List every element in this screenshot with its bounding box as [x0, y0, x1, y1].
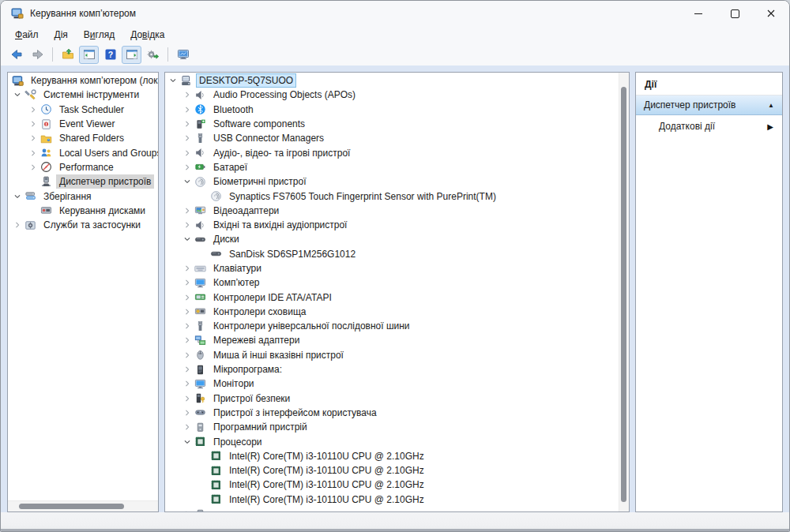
- remote-desktop-button[interactable]: [173, 46, 193, 64]
- close-button[interactable]: [753, 1, 789, 26]
- chevron-collapsed-icon[interactable]: [181, 406, 194, 419]
- help-button[interactable]: ?: [100, 46, 120, 64]
- chevron-collapsed-icon[interactable]: [181, 334, 194, 347]
- chevron-collapsed-icon[interactable]: [11, 219, 24, 231]
- device-tree-item[interactable]: Процесори: [165, 434, 619, 448]
- device-tree-item[interactable]: Intel(R) Core(TM) i3-10110U CPU @ 2.10GH…: [165, 478, 619, 492]
- chevron-collapsed-icon[interactable]: [27, 118, 40, 130]
- chevron-collapsed-icon[interactable]: [181, 363, 194, 376]
- chevron-collapsed-icon[interactable]: [181, 219, 194, 231]
- export-list-button[interactable]: [143, 46, 163, 64]
- console-tree-item[interactable]: Служби та застосунки: [8, 218, 158, 232]
- forward-button[interactable]: [28, 46, 47, 64]
- chevron-collapsed-icon[interactable]: [181, 349, 194, 362]
- more-actions-item[interactable]: Додаткові дії ▶: [636, 115, 782, 137]
- chevron-collapsed-icon[interactable]: [181, 508, 194, 511]
- show-console-tree-button[interactable]: [79, 46, 99, 64]
- chevron-collapsed-icon[interactable]: [27, 103, 40, 116]
- chevron-expanded-icon[interactable]: [11, 190, 24, 203]
- device-tree-item[interactable]: Аудіо-, відео- та ігрові пристрої: [165, 145, 619, 159]
- chevron-collapsed-icon[interactable]: [27, 132, 40, 144]
- back-button[interactable]: [6, 46, 26, 64]
- device-tree-item[interactable]: Мікропрограма:: [165, 362, 619, 377]
- device-tree-item[interactable]: Миша й інші вказівні пристрої: [165, 348, 619, 362]
- chevron-collapsed-icon[interactable]: [181, 320, 194, 332]
- device-tree-item[interactable]: Пристрої безпеки: [165, 392, 619, 406]
- file-menu[interactable]: Файл: [7, 28, 47, 42]
- view-menu[interactable]: Вигляд: [76, 28, 122, 42]
- device-tree-item[interactable]: Диски: [165, 232, 619, 246]
- device-tree-item[interactable]: [165, 507, 619, 511]
- action-menu[interactable]: Дія: [47, 28, 76, 42]
- device-tree-item[interactable]: Контролери IDE ATA/ATAPI: [165, 290, 619, 304]
- minimize-button[interactable]: [680, 1, 717, 26]
- chevron-expanded-icon[interactable]: [181, 233, 194, 245]
- console-tree-item[interactable]: Shared Folders: [8, 131, 158, 145]
- sidebar-horizontal-scrollbar[interactable]: [8, 500, 158, 511]
- device-tree-item[interactable]: Intel(R) Core(TM) i3-10110U CPU @ 2.10GH…: [165, 449, 619, 463]
- device-tree-item[interactable]: Контролери сховища: [165, 305, 619, 319]
- chevron-collapsed-icon[interactable]: [181, 291, 194, 304]
- device-tree-vertical-scrollbar-thumb[interactable]: [621, 87, 626, 502]
- chevron-collapsed-icon[interactable]: [181, 132, 194, 144]
- device-tree-item[interactable]: Відеоадаптери: [165, 204, 619, 218]
- device-tree-item[interactable]: Пристрої з інтерфейсом користувача: [165, 406, 619, 420]
- actions-group-header[interactable]: Диспетчер пристроїв ▲: [636, 96, 782, 115]
- device-tree-item[interactable]: DESKTOP-5Q7SUOO: [165, 73, 619, 88]
- up-one-level-button[interactable]: [58, 46, 77, 64]
- device-tree-item[interactable]: Вхідні та вихідні аудіопристрої: [165, 218, 619, 232]
- console-tree-item[interactable]: Диспетчер пристроїв: [8, 174, 158, 189]
- console-tree-item[interactable]: Local Users and Groups: [8, 145, 158, 159]
- chevron-collapsed-icon[interactable]: [181, 103, 194, 116]
- chevron-collapsed-icon[interactable]: [181, 392, 194, 405]
- chevron-collapsed-icon[interactable]: [181, 118, 194, 130]
- device-tree-item[interactable]: Bluetooth: [165, 103, 619, 117]
- console-tree-item[interactable]: Event Viewer: [8, 117, 158, 131]
- chevron-collapsed-icon[interactable]: [181, 161, 194, 174]
- sidebar-horizontal-scrollbar-thumb[interactable]: [19, 504, 124, 509]
- computer-management-app-icon: [11, 7, 24, 20]
- chevron-collapsed-icon[interactable]: [181, 377, 194, 390]
- chevron-collapsed-icon[interactable]: [181, 421, 194, 433]
- maximize-button[interactable]: [717, 1, 753, 26]
- device-tree-item[interactable]: Synaptics FS7605 Touch Fingerprint Senso…: [165, 189, 619, 203]
- device-tree-item[interactable]: Audio Processing Objects (APOs): [165, 88, 619, 102]
- chevron-collapsed-icon[interactable]: [27, 147, 40, 159]
- device-tree-item[interactable]: Контролери універсальної послідовної шин…: [165, 319, 619, 333]
- chevron-collapsed-icon[interactable]: [181, 305, 194, 318]
- console-tree-item[interactable]: Керування комп’ютером (лока: [8, 73, 158, 88]
- device-tree-item[interactable]: Монітори: [165, 377, 619, 391]
- device-tree-item[interactable]: Software components: [165, 117, 619, 131]
- console-tree-item[interactable]: Керування дисками: [8, 204, 158, 218]
- chevron-collapsed-icon[interactable]: [181, 88, 194, 101]
- chevron-collapsed-icon[interactable]: [181, 147, 194, 159]
- console-tree-item[interactable]: Performance: [8, 160, 158, 174]
- chevron-collapsed-icon[interactable]: [181, 204, 194, 217]
- help-menu[interactable]: Довідка: [122, 28, 172, 42]
- chevron-expanded-icon[interactable]: [167, 74, 179, 87]
- chevron-collapsed-icon[interactable]: [27, 161, 40, 174]
- device-tree-item[interactable]: Біометричні пристрої: [165, 174, 619, 189]
- collapse-arrow-icon[interactable]: ▲: [768, 102, 774, 109]
- toolbar: ?: [1, 43, 789, 66]
- device-tree-item[interactable]: Intel(R) Core(TM) i3-10110U CPU @ 2.10GH…: [165, 463, 619, 478]
- device-tree-item[interactable]: Програмний пристрій: [165, 420, 619, 434]
- device-tree-item[interactable]: USB Connector Managers: [165, 131, 619, 145]
- console-tree-item[interactable]: Зберігання: [8, 189, 158, 203]
- chevron-collapsed-icon[interactable]: [181, 276, 194, 289]
- device-tree-vertical-scrollbar[interactable]: [619, 73, 629, 511]
- console-tree-item[interactable]: Task Scheduler: [8, 103, 158, 117]
- device-tree-item[interactable]: Мережеві адаптери: [165, 333, 619, 347]
- usb-icon: [194, 133, 206, 144]
- chevron-expanded-icon[interactable]: [11, 88, 24, 101]
- console-tree-item[interactable]: Системні інструменти: [8, 88, 158, 102]
- device-tree-item[interactable]: SanDisk SD6SP1M256G1012: [165, 247, 619, 261]
- chevron-expanded-icon[interactable]: [181, 436, 194, 448]
- device-tree-item[interactable]: Батареї: [165, 160, 619, 174]
- chevron-collapsed-icon[interactable]: [181, 262, 194, 275]
- device-tree-item[interactable]: Клавіатури: [165, 261, 619, 275]
- show-action-pane-button[interactable]: [122, 46, 141, 64]
- device-tree-item[interactable]: Комп’ютер: [165, 275, 619, 290]
- chevron-expanded-icon[interactable]: [181, 175, 194, 188]
- device-tree-item[interactable]: Intel(R) Core(TM) i3-10110U CPU @ 2.10GH…: [165, 493, 619, 507]
